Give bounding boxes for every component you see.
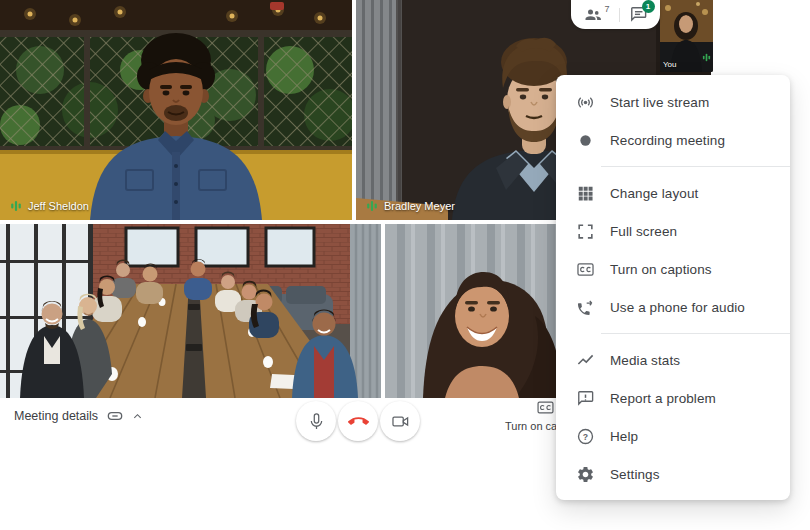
video-tile-jeff[interactable]: Jeff Sheldon <box>0 0 352 220</box>
participants-count: 7 <box>604 4 609 14</box>
conference-room-scene <box>0 224 381 398</box>
menu-item-report-a-problem[interactable]: Report a problem <box>556 379 790 417</box>
record-icon <box>576 131 595 150</box>
participant-name-label: Jeff Sheldon <box>10 200 89 212</box>
chevron-up-icon <box>132 411 143 422</box>
hang-up-button[interactable] <box>338 401 378 441</box>
video-tile-conference-room[interactable] <box>0 224 381 398</box>
menu-item-change-layout[interactable]: Change layout <box>556 174 790 212</box>
chat-button[interactable]: 1 <box>629 5 648 24</box>
jeff-video-scene <box>0 0 352 220</box>
live-stream-icon <box>576 93 595 112</box>
participants-icon <box>583 5 603 25</box>
phone-audio-icon <box>576 298 595 317</box>
settings-gear-icon <box>576 465 595 484</box>
menu-item-settings[interactable]: Settings <box>556 455 790 493</box>
camera-icon <box>391 412 410 431</box>
menu-item-help[interactable]: ? Help <box>556 417 790 455</box>
help-icon: ? <box>576 427 595 446</box>
hang-up-icon <box>348 411 369 432</box>
toolbar-divider <box>619 8 620 22</box>
meeting-details-label: Meeting details <box>14 409 98 423</box>
self-voice-activity-icon <box>702 53 711 62</box>
participant-name-label: Bradley Meyer <box>366 200 455 212</box>
voice-activity-icon <box>366 200 378 212</box>
participants-button[interactable]: 7 <box>583 5 609 25</box>
camera-toggle-button[interactable] <box>380 401 420 441</box>
self-view-tile[interactable]: You <box>660 0 713 72</box>
self-view-label: You <box>663 60 677 69</box>
menu-item-start-live-stream[interactable]: Start live stream <box>556 83 790 121</box>
stats-icon <box>576 351 595 370</box>
svg-text:?: ? <box>583 431 588 441</box>
chat-unread-badge: 1 <box>642 0 655 13</box>
participant-name: Jeff Sheldon <box>28 200 89 212</box>
grid-icon <box>576 184 595 203</box>
meeting-details-button[interactable]: Meeting details <box>14 409 143 423</box>
menu-item-use-phone-for-audio[interactable]: Use a phone for audio <box>556 288 790 326</box>
meeting-toolbar: 7 1 <box>571 0 660 29</box>
captions-icon <box>576 260 595 279</box>
captions-icon <box>537 401 554 414</box>
menu-item-media-stats[interactable]: Media stats <box>556 341 790 379</box>
voice-activity-icon <box>10 200 22 212</box>
fullscreen-icon <box>576 222 595 241</box>
report-icon <box>576 389 595 408</box>
mute-microphone-button[interactable] <box>296 401 336 441</box>
microphone-icon <box>307 412 326 431</box>
menu-item-full-screen[interactable]: Full screen <box>556 212 790 250</box>
menu-item-turn-on-captions[interactable]: Turn on captions <box>556 250 790 288</box>
participant-name: Bradley Meyer <box>384 200 455 212</box>
menu-divider <box>601 166 790 167</box>
menu-item-recording-meeting[interactable]: Recording meeting <box>556 121 790 159</box>
menu-divider <box>601 333 790 334</box>
more-options-menu: Start live stream Recording meeting Chan… <box>556 75 790 500</box>
details-pill-icon <box>107 410 123 422</box>
